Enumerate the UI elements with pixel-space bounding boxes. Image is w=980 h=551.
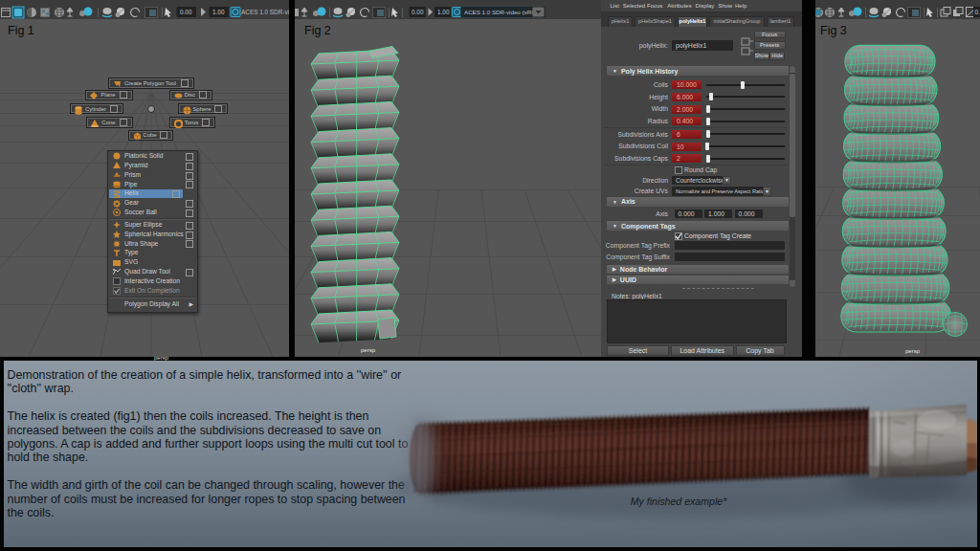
svg-text:ACES 1.0 SDR-video (sRGB: ACES 1.0 SDR-video (sRGB — [464, 9, 540, 15]
svg-text:0.: 0. — [975, 9, 980, 15]
svg-text:0.00: 0.00 — [412, 9, 424, 15]
svg-text:ACES 1.0 SDR-vid: ACES 1.0 SDR-vid — [241, 9, 289, 15]
svg-text:1.00: 1.00 — [212, 9, 225, 15]
svg-text:0.00: 0.00 — [180, 9, 192, 15]
svg-text:1.00: 1.00 — [437, 9, 450, 15]
